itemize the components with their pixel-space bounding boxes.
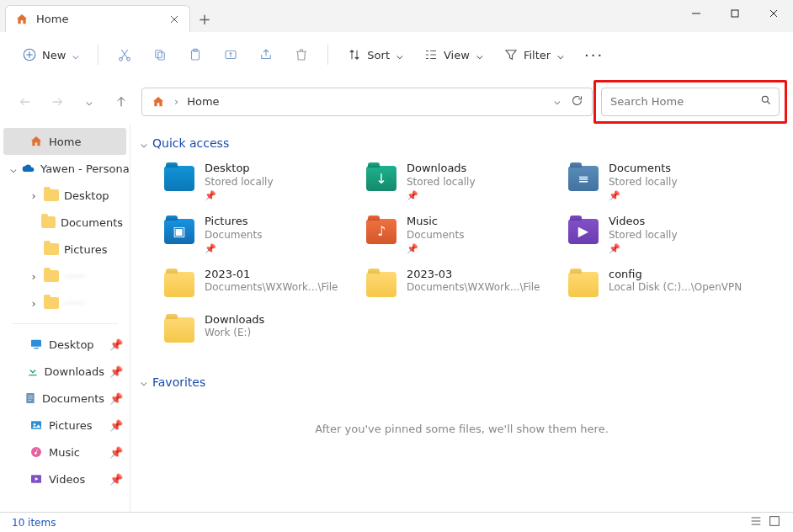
filter-label: Filter	[524, 49, 551, 61]
refresh-button[interactable]	[571, 94, 583, 109]
svg-rect-4	[156, 51, 162, 58]
close-tab-icon[interactable]	[168, 13, 181, 26]
quick-access-item[interactable]: Desktop Stored locally 📌	[159, 158, 351, 206]
sidebar-pin-music[interactable]: Music📌	[0, 439, 130, 466]
sidebar-tree-item[interactable]: ›······	[0, 263, 130, 290]
sidebar-tree-item[interactable]: Pictures	[0, 236, 130, 263]
pin-icon: 📌	[609, 190, 678, 202]
sidebar-label: Music	[49, 446, 80, 459]
recent-locations-button[interactable]: ⌵	[77, 90, 101, 114]
section-favorites[interactable]: ⌵ Favorites	[136, 372, 788, 397]
sidebar-pin-videos[interactable]: Videos📌	[0, 466, 130, 492]
sidebar-tree-item[interactable]: Documents	[0, 209, 130, 236]
sidebar-onedrive[interactable]: ⌵ Yawen - Personal	[0, 155, 130, 182]
item-sublabel: Stored locally	[609, 176, 678, 189]
quick-access-item[interactable]: Downloads Work (E:)	[159, 310, 351, 350]
divider	[12, 323, 118, 324]
svg-point-14	[34, 423, 36, 426]
back-button[interactable]	[13, 90, 37, 114]
maximize-button[interactable]	[716, 0, 754, 27]
new-button[interactable]: New ⌵	[15, 40, 86, 70]
share-button[interactable]	[252, 40, 280, 70]
tab-strip: Home +	[0, 0, 677, 32]
item-sublabel: Documents\WXWork...\File	[407, 281, 540, 295]
quick-access-item[interactable]: 2023-01 Documents\WXWork...\File	[159, 264, 351, 305]
details-view-button[interactable]	[749, 514, 763, 530]
quick-access-item[interactable]: ▣ Pictures Documents 📌	[159, 211, 351, 259]
cut-button[interactable]	[110, 40, 139, 70]
forward-button[interactable]	[45, 90, 69, 114]
sidebar-label: Desktop	[49, 338, 94, 351]
section-label: Favorites	[152, 375, 205, 389]
chevron-right-icon[interactable]: ›	[29, 297, 39, 310]
address-row: ⌵ › Home ⌵	[0, 78, 793, 125]
view-button[interactable]: View ⌵	[417, 40, 490, 70]
pin-icon: 📌	[109, 473, 123, 486]
item-name: 2023-03	[407, 268, 540, 282]
sidebar-label: Desktop	[64, 189, 109, 202]
plus-icon: +	[198, 10, 210, 28]
copy-button[interactable]	[146, 40, 174, 70]
paste-button[interactable]	[181, 40, 210, 70]
sidebar-label: Yawen - Personal	[40, 162, 130, 175]
large-icons-button[interactable]	[768, 514, 781, 530]
filter-button[interactable]: Filter ⌵	[497, 40, 571, 70]
more-button[interactable]: ···	[577, 40, 610, 70]
up-button[interactable]	[109, 90, 133, 114]
folder-icon	[41, 216, 55, 228]
quick-access-item[interactable]: ↓ Downloads Stored locally 📌	[361, 158, 553, 206]
pin-icon: 📌	[109, 338, 123, 351]
new-label: New	[42, 49, 66, 61]
search-icon[interactable]	[760, 94, 772, 109]
sidebar-home[interactable]: Home	[3, 128, 126, 155]
quick-access-item[interactable]: ▶ Videos Stored locally 📌	[563, 211, 755, 259]
breadcrumb-home[interactable]: Home	[187, 95, 219, 108]
svg-rect-10	[31, 340, 41, 347]
divider	[98, 45, 98, 65]
item-name: Desktop	[205, 162, 274, 176]
chevron-right-icon[interactable]: ›	[29, 189, 39, 202]
view-label: View	[444, 49, 470, 61]
sort-button[interactable]: Sort ⌵	[340, 40, 410, 70]
chevron-down-icon[interactable]: ⌵	[554, 94, 561, 109]
sidebar-pin-documents[interactable]: Documents📌	[0, 385, 130, 412]
address-bar[interactable]: › Home ⌵	[141, 88, 593, 116]
item-sublabel: Stored locally	[205, 176, 274, 189]
content-pane: ⌵ Quick access Desktop Stored locally 📌 …	[130, 125, 793, 512]
item-name: 2023-01	[205, 268, 338, 282]
pin-icon: 📌	[205, 243, 262, 255]
chevron-right-icon[interactable]: ›	[29, 270, 39, 283]
pin-icon: 📌	[407, 190, 476, 202]
sidebar-tree-item[interactable]: ›Desktop	[0, 182, 130, 209]
new-tab-button[interactable]: +	[190, 5, 219, 32]
svg-point-3	[127, 57, 130, 61]
status-bar: 10 items	[0, 512, 793, 532]
quick-access-item[interactable]: 2023-03 Documents\WXWork...\File	[361, 264, 553, 305]
pin-icon: 📌	[407, 243, 464, 255]
sidebar-pin-pictures[interactable]: Pictures📌	[0, 412, 130, 439]
item-sublabel: Work (E:)	[205, 327, 264, 340]
close-window-button[interactable]	[754, 0, 793, 27]
cloud-icon	[22, 161, 35, 176]
search-input[interactable]	[610, 95, 753, 108]
download-icon	[26, 364, 40, 379]
sidebar-pin-desktop[interactable]: Desktop📌	[0, 331, 130, 358]
section-quick-access[interactable]: ⌵ Quick access	[136, 133, 788, 158]
sidebar-label: Pictures	[64, 243, 107, 256]
chevron-down-icon[interactable]: ⌵	[10, 162, 17, 175]
sidebar-tree-item[interactable]: ›······	[0, 290, 130, 317]
quick-access-item[interactable]: ≡ Documents Stored locally 📌	[563, 158, 755, 206]
quick-access-item[interactable]: config Local Disk (C:)...\OpenVPN	[563, 264, 755, 305]
tab-home[interactable]: Home	[5, 5, 190, 32]
search-box[interactable]	[601, 88, 780, 116]
folder-icon	[44, 270, 59, 282]
section-label: Quick access	[152, 136, 229, 150]
quick-access-item[interactable]: ♪ Music Documents 📌	[361, 211, 553, 259]
pin-icon: 📌	[609, 243, 678, 255]
minimize-button[interactable]	[677, 0, 716, 27]
folder-icon: ▣	[162, 215, 196, 248]
sidebar-label: Downloads	[45, 365, 104, 378]
rename-button[interactable]	[216, 40, 245, 70]
delete-button[interactable]	[287, 40, 316, 70]
sidebar-pin-downloads[interactable]: Downloads📌	[0, 358, 130, 385]
